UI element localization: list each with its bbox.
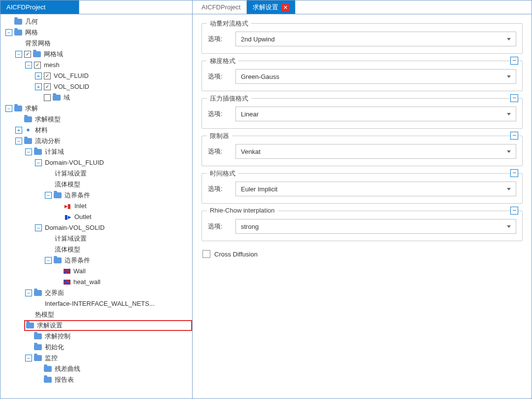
project-tree[interactable]: 几何 − 网格 背景网格 − <box>0 14 192 399</box>
tree-node-flow-analysis[interactable]: − 流动分析 <box>14 136 192 146</box>
tree-node-solve-control[interactable]: 求解控制 <box>24 331 192 342</box>
tree-node-solve-model[interactable]: 求解模型 <box>14 114 192 125</box>
collapse-icon[interactable]: − <box>5 29 12 36</box>
expand-icon[interactable]: + <box>15 127 22 134</box>
collapse-icon[interactable]: − <box>5 105 12 112</box>
tree-node-mesh-item[interactable]: − mesh <box>24 60 192 71</box>
tree-label: 网格 <box>24 27 39 38</box>
select-value: strong <box>241 223 259 230</box>
tree-node-compute-domain[interactable]: − 计算域 <box>24 146 192 157</box>
collapse-icon[interactable]: − <box>25 290 32 296</box>
checkbox-icon[interactable] <box>24 51 31 58</box>
folder-icon <box>14 19 22 25</box>
tree-node-monitor[interactable]: − 监控 <box>24 353 192 363</box>
tree-node-compute-settings[interactable]: 计算域设置 <box>44 168 192 179</box>
folder-icon <box>24 138 32 144</box>
collapse-icon[interactable]: − <box>35 159 42 166</box>
tree-node-vol-solid[interactable]: + VOL_SOLID <box>34 81 192 92</box>
close-icon[interactable]: ✕ <box>281 3 289 11</box>
tree-node-outlet[interactable]: ▮▸ Outlet <box>54 212 192 222</box>
tree-node-mesh[interactable]: − 网格 <box>4 27 192 38</box>
tree-node-vol-fluid[interactable]: + VOL_FLUID <box>34 71 192 81</box>
collapse-icon[interactable]: − <box>35 224 42 231</box>
option-label: 选项: <box>208 35 232 43</box>
collapse-icon[interactable]: − <box>510 57 518 65</box>
tree-node-compute-settings-2[interactable]: 计算域设置 <box>44 233 192 244</box>
tab-label: 求解设置 <box>253 3 278 12</box>
tab-project[interactable]: AICFDProject <box>196 0 247 14</box>
collapse-icon[interactable]: − <box>15 138 22 145</box>
tree-node-solve-settings[interactable]: 求解设置 <box>24 320 192 331</box>
tree-node-initialize[interactable]: 初始化 <box>24 342 192 353</box>
tree-node-solve[interactable]: − 求解 <box>4 103 192 114</box>
group-pressure-interp: 压力插值格式 − 选项: Linear <box>201 98 523 129</box>
tree-node-geometry[interactable]: 几何 <box>4 16 192 27</box>
tree-node-fluid-model[interactable]: 流体模型 <box>44 179 192 190</box>
tree-node-domain-vol-solid[interactable]: − Domain-VOL_SOLID <box>34 222 192 233</box>
option-label: 选项: <box>208 72 232 81</box>
select-value: Euler Implicit <box>241 185 277 193</box>
folder-icon <box>34 333 42 339</box>
checkbox-icon[interactable] <box>202 250 210 258</box>
tree-node-mesh-domain[interactable]: − 网格域 <box>14 49 192 60</box>
collapse-icon[interactable]: − <box>510 132 518 140</box>
spacer-icon <box>55 279 62 286</box>
tree-node-domain-cn[interactable]: 域 <box>34 92 192 103</box>
tree-node-report-table[interactable]: 报告表 <box>34 374 192 385</box>
tree-label: 热模型 <box>34 309 55 320</box>
tree-label: 报告表 <box>54 374 75 385</box>
select-momentum[interactable]: 2nd Upwind <box>235 32 516 46</box>
tab-solve-settings[interactable]: 求解设置 ✕ <box>247 0 296 14</box>
expand-icon[interactable]: + <box>35 73 42 79</box>
folder-icon <box>34 149 42 155</box>
tree-label: 计算域设置 <box>54 233 88 244</box>
tree-node-interface-item[interactable]: Interface-INTERFACE_WALL_NETS... <box>34 298 192 309</box>
tree-node-interface[interactable]: − 交界面 <box>24 288 192 298</box>
select-value: Linear <box>241 110 259 118</box>
select-gradient[interactable]: Green-Gauss <box>235 69 516 84</box>
collapse-icon[interactable]: − <box>510 207 518 215</box>
collapse-icon[interactable]: − <box>25 148 32 155</box>
checkbox-icon[interactable] <box>44 73 51 79</box>
tree-node-heat-wall[interactable]: heat_wall <box>54 277 192 288</box>
tree-node-heat-model[interactable]: 热模型 <box>24 309 192 320</box>
left-tab-project[interactable]: AICFDProject <box>0 0 79 14</box>
group-title: 时间格式 <box>207 169 238 178</box>
collapse-icon[interactable]: − <box>510 94 518 102</box>
spacer-icon <box>55 268 62 275</box>
tree-node-bc-solid[interactable]: − 边界条件 <box>44 255 192 266</box>
tree-node-inlet[interactable]: ▸▮ Inlet <box>54 201 192 212</box>
checkbox-icon[interactable] <box>34 62 41 69</box>
cross-diffusion-row[interactable]: Cross Diffusion <box>201 248 523 260</box>
group-rhie-chow: Rhie-Chow interplation − 选项: strong <box>201 211 523 241</box>
group-title: Rhie-Chow interplation <box>207 207 278 214</box>
tree-node-material[interactable]: + ✦ 材料 <box>14 125 192 136</box>
group-title: 动量对流格式 <box>207 19 251 28</box>
select-time[interactable]: Euler Implicit <box>235 181 516 196</box>
collapse-icon[interactable]: − <box>15 51 22 58</box>
expand-icon[interactable]: + <box>35 83 42 90</box>
select-rhie-chow[interactable]: strong <box>235 219 516 234</box>
folder-icon <box>34 355 42 361</box>
folder-icon <box>53 95 61 101</box>
select-pressure[interactable]: Linear <box>235 107 516 121</box>
checkbox-icon[interactable] <box>44 94 51 101</box>
spacer-icon <box>45 170 52 177</box>
collapse-icon[interactable]: − <box>45 192 52 199</box>
select-limiter[interactable]: Venkat <box>235 144 516 159</box>
tree-label: 边界条件 <box>64 255 91 266</box>
collapse-icon[interactable]: − <box>25 62 32 69</box>
chevron-down-icon <box>507 150 511 153</box>
collapse-icon[interactable]: − <box>510 169 518 177</box>
tree-node-bgmesh[interactable]: 背景网格 <box>14 38 192 49</box>
collapse-icon[interactable]: − <box>25 355 32 362</box>
option-row: 选项: Green-Gauss <box>208 69 516 84</box>
checkbox-icon[interactable] <box>44 83 51 90</box>
tree-node-bc-fluid[interactable]: − 边界条件 <box>44 190 192 201</box>
tree-node-residual-curve[interactable]: 残差曲线 <box>34 363 192 374</box>
tree-node-domain-vol-fluid[interactable]: − Domain-VOL_FLUID <box>34 157 192 168</box>
tree-node-fluid-model-2[interactable]: 流体模型 <box>44 244 192 255</box>
tree-node-wall[interactable]: Wall <box>54 266 192 277</box>
collapse-icon[interactable]: − <box>45 257 52 264</box>
option-label: 选项: <box>208 109 232 118</box>
